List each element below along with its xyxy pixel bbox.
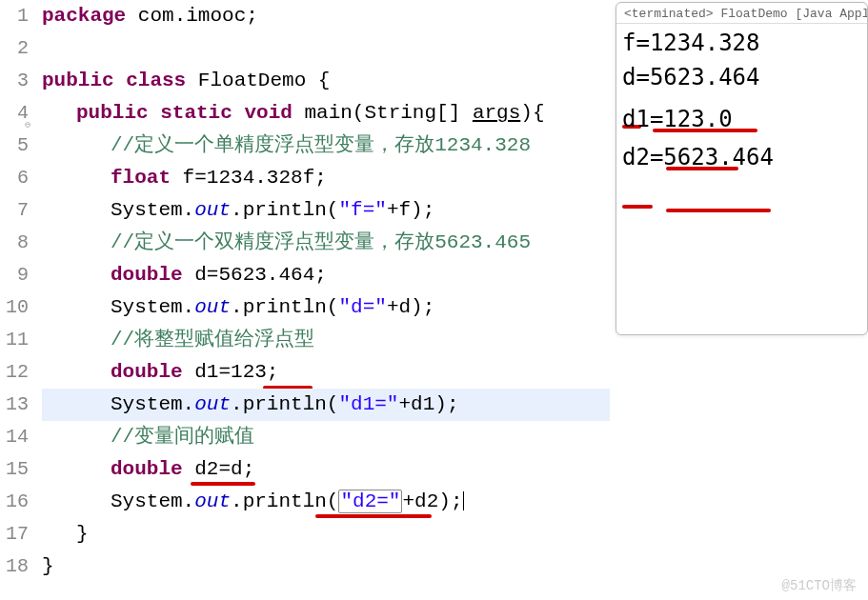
line-number-gutter: 1 2 3 4⊖ 5 6 7 8 9 10 11 12 13 14 15 16 …: [0, 0, 36, 600]
line-number: 18: [0, 550, 29, 583]
line-number: 13: [0, 389, 29, 421]
line-number: 15: [0, 453, 29, 486]
code-line[interactable]: [42, 32, 610, 65]
line-number: 12: [0, 356, 29, 389]
code-line[interactable]: double d2=d;: [42, 453, 610, 486]
line-number: 16: [0, 486, 29, 518]
line-number: 3: [0, 65, 29, 97]
console-line: d1=123.0: [622, 102, 861, 140]
code-line-current[interactable]: System.out.println("d1="+d1);: [42, 389, 610, 421]
console-line: f=1234.328: [622, 26, 861, 60]
code-line[interactable]: //定义一个双精度浮点型变量，存放5623.465: [42, 227, 610, 259]
line-number: 1: [0, 0, 29, 32]
code-line[interactable]: //将整型赋值给浮点型: [42, 324, 610, 356]
code-line[interactable]: double d=5623.464;: [42, 259, 610, 291]
code-line[interactable]: public static void main(String[] args){: [42, 97, 610, 130]
code-line[interactable]: System.out.println("d="+d);: [42, 291, 610, 324]
line-number: 5: [0, 130, 29, 162]
console-title: <terminated> FloatDemo [Java Application: [616, 3, 867, 24]
code-line[interactable]: }: [42, 550, 610, 583]
line-number: 2: [0, 32, 29, 65]
watermark: @51CTO博客: [782, 577, 857, 594]
code-line[interactable]: System.out.println("f="+f);: [42, 194, 610, 227]
code-line[interactable]: float f=1234.328f;: [42, 162, 610, 194]
code-line[interactable]: package com.imooc;: [42, 0, 610, 32]
annotation-underline: [666, 209, 771, 212]
code-line[interactable]: //定义一个单精度浮点型变量，存放1234.328: [42, 130, 610, 162]
line-number: 6: [0, 162, 29, 194]
code-line[interactable]: System.out.println("d2="+d2);: [42, 486, 610, 518]
code-line[interactable]: }: [42, 518, 610, 550]
console-line: d2=5623.464: [622, 140, 861, 182]
line-number: 4⊖: [0, 97, 29, 130]
code-line[interactable]: public class FloatDemo {: [42, 65, 610, 97]
line-number: 11: [0, 324, 29, 356]
line-number: 17: [0, 518, 29, 550]
line-number: 9: [0, 259, 29, 291]
code-line[interactable]: double d1=123;: [42, 356, 610, 389]
line-number: 8: [0, 227, 29, 259]
line-number: 10: [0, 291, 29, 324]
code-line[interactable]: //变量间的赋值: [42, 421, 610, 453]
line-number: 7: [0, 194, 29, 227]
annotation-underline: [622, 205, 653, 209]
code-area[interactable]: package com.imooc; public class FloatDem…: [36, 0, 610, 600]
console-panel: <terminated> FloatDemo [Java Application…: [616, 2, 868, 335]
console-line: d=5623.464: [622, 60, 861, 102]
text-cursor: [463, 491, 464, 510]
console-output[interactable]: f=1234.328 d=5623.464 d1=123.0 d2=5623.4…: [616, 24, 867, 184]
code-editor[interactable]: 1 2 3 4⊖ 5 6 7 8 9 10 11 12 13 14 15 16 …: [0, 0, 610, 600]
line-number: 14: [0, 421, 29, 453]
